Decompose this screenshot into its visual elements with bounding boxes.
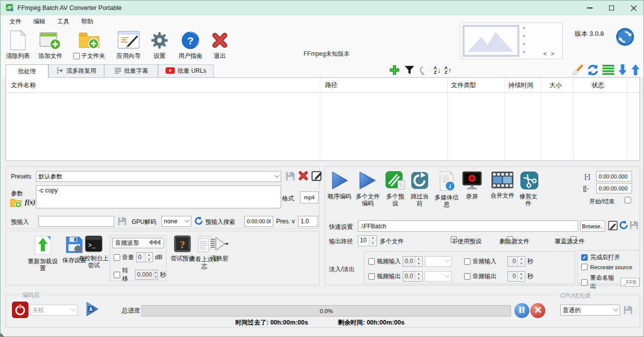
menu-tools[interactable]: 工具 bbox=[51, 16, 75, 27]
trim-start-input[interactable] bbox=[596, 171, 632, 181]
video-fadeout-checkbox[interactable] bbox=[368, 273, 375, 280]
console-try-button[interactable]: >_ 在控制台上尝试 bbox=[79, 235, 109, 269]
video-fadein-type-select[interactable] bbox=[425, 256, 452, 267]
settings-button[interactable]: 设置 bbox=[146, 28, 173, 61]
shift-spinner[interactable]: 0.000▲▼ bbox=[135, 270, 158, 280]
user-guide-button[interactable]: ? 用户指南 bbox=[174, 28, 207, 61]
recreate-source-checkbox[interactable] bbox=[581, 264, 588, 270]
move-up-icon[interactable] bbox=[631, 64, 641, 76]
volume-checkbox[interactable] bbox=[114, 254, 120, 261]
refresh-icon[interactable] bbox=[587, 64, 599, 76]
after-encode-select[interactable]: 关机 bbox=[30, 305, 78, 316]
col-path[interactable]: 路径 bbox=[325, 81, 337, 90]
video-fadein-spinner[interactable]: 0.0▲▼ bbox=[403, 256, 423, 267]
check-updates-button[interactable] bbox=[616, 27, 635, 48]
add-plus-icon[interactable] bbox=[389, 64, 400, 76]
stream-map-button[interactable]: 流映射 bbox=[209, 235, 229, 262]
audio-fadeout-spinner[interactable]: 0▲▼ bbox=[507, 271, 525, 282]
preset-select[interactable]: 默认参数 bbox=[36, 171, 281, 182]
multi-file-encode-button[interactable]: 多个文件编码 bbox=[356, 170, 380, 207]
rename-suffix-input[interactable] bbox=[621, 278, 640, 287]
reset-path-button[interactable] bbox=[619, 220, 629, 231]
cpu-priority-select[interactable]: 普通的 bbox=[560, 305, 620, 316]
pause-button[interactable] bbox=[514, 303, 529, 318]
trim-files-button[interactable]: 修剪文件 bbox=[519, 170, 537, 207]
save-preset-button[interactable] bbox=[285, 171, 296, 183]
tab-batch[interactable]: 批处理 bbox=[5, 64, 48, 78]
output-folder-input[interactable] bbox=[358, 220, 578, 232]
maximize-button[interactable] bbox=[601, 0, 623, 15]
start-end-checkbox[interactable] bbox=[625, 197, 631, 203]
menu-edit[interactable]: 编辑 bbox=[27, 16, 51, 27]
col-filename[interactable]: 文件名称 bbox=[11, 81, 36, 90]
close-button[interactable] bbox=[623, 0, 644, 15]
save-path-button[interactable] bbox=[629, 220, 639, 232]
rename-output-checkbox[interactable] bbox=[581, 279, 588, 286]
preview-next-button[interactable]: > bbox=[551, 50, 558, 57]
sort-az-ascending-icon[interactable]: AZ↑ bbox=[445, 66, 452, 75]
green-list-icon[interactable] bbox=[602, 64, 615, 75]
menu-file[interactable]: 文件 bbox=[3, 16, 27, 27]
filter-icon[interactable] bbox=[404, 64, 415, 76]
col-status[interactable]: 状态 bbox=[592, 81, 604, 90]
format-input[interactable] bbox=[300, 191, 319, 203]
multi-preset-button[interactable]: 多个预设 bbox=[384, 170, 407, 207]
shutdown-button[interactable] bbox=[12, 302, 28, 320]
subfolders-checkbox[interactable] bbox=[73, 53, 80, 59]
auto-start-button[interactable]: A bbox=[85, 301, 100, 319]
video-fadeout-spinner[interactable]: 0.0▲▼ bbox=[403, 271, 423, 282]
trim-end-input[interactable] bbox=[596, 183, 632, 193]
browse-button[interactable]: Browse.. bbox=[580, 220, 605, 232]
fx-button[interactable]: f(x) bbox=[25, 198, 35, 206]
audio-waveform-button[interactable]: 音频波形 bbox=[112, 238, 164, 248]
media-info-button[interactable]: i 多媒体信息 bbox=[433, 170, 461, 208]
save-preinput-button[interactable] bbox=[117, 216, 127, 228]
open-when-done-checkbox[interactable] bbox=[581, 254, 588, 261]
col-duration[interactable]: 持续时间 bbox=[508, 81, 533, 90]
resize-grip[interactable] bbox=[0, 333, 4, 337]
video-fadeout-type-select[interactable] bbox=[425, 271, 452, 282]
tab-subtitles[interactable]: 批量字幕 bbox=[104, 64, 158, 77]
subfolders-toggle[interactable]: 子文件夹 bbox=[67, 28, 111, 61]
reload-settings-button[interactable]: 重新加载设置 bbox=[27, 235, 59, 272]
add-files-button[interactable]: 添加文件 bbox=[34, 28, 66, 61]
params-input[interactable]: -c copy bbox=[36, 185, 281, 208]
gpu-decode-select[interactable]: none bbox=[161, 216, 191, 227]
exit-button[interactable]: 退出 bbox=[208, 28, 232, 61]
audio-fadein-spinner[interactable]: 0▲▼ bbox=[507, 256, 525, 267]
move-down-icon[interactable] bbox=[618, 64, 628, 76]
tab-urls[interactable]: 批量 URLs bbox=[158, 64, 214, 77]
audio-fadeout-checkbox[interactable] bbox=[464, 273, 471, 280]
audio-fadein-checkbox[interactable] bbox=[464, 258, 471, 265]
join-files-button[interactable]: 合并文件 bbox=[490, 170, 514, 199]
preset-version-input[interactable] bbox=[298, 216, 318, 227]
sequential-encode-button[interactable]: 顺序编码 bbox=[325, 170, 354, 200]
seek-time-input[interactable] bbox=[244, 216, 273, 227]
multi-files-spinner[interactable]: 10▲▼ bbox=[358, 235, 377, 246]
col-filetype[interactable]: 文件类型 bbox=[451, 81, 476, 90]
abort-button[interactable] bbox=[530, 303, 545, 318]
shift-checkbox[interactable] bbox=[114, 272, 120, 278]
file-list-table[interactable]: 文件名称 路径 文件类型 持续时间 大小 状态 bbox=[5, 77, 640, 161]
record-screen-button[interactable]: 录屏 bbox=[461, 170, 483, 200]
video-fadein-checkbox[interactable] bbox=[368, 258, 375, 265]
menu-help[interactable]: 帮助 bbox=[75, 16, 99, 27]
app-wizard-button[interactable]: 应用向导 bbox=[112, 28, 145, 61]
minimize-button[interactable] bbox=[579, 0, 601, 15]
tab-mux[interactable]: 流多路复用 bbox=[48, 64, 104, 77]
edit-path-button[interactable] bbox=[607, 220, 619, 233]
undo-icon[interactable] bbox=[419, 65, 430, 75]
edit-preset-button[interactable] bbox=[311, 169, 323, 183]
skip-current-button[interactable]: 跳过当前 bbox=[409, 170, 431, 207]
params-folder-plus-icon[interactable] bbox=[10, 197, 22, 208]
volume-spinner[interactable]: 0▲▼ bbox=[136, 252, 153, 262]
col-size[interactable]: 大小 bbox=[549, 81, 562, 90]
delete-preset-button[interactable] bbox=[298, 170, 309, 182]
sort-az-descending-icon[interactable]: AZ↓ bbox=[434, 66, 441, 75]
preview-prev-button[interactable]: < bbox=[543, 50, 551, 57]
save-priority-button[interactable] bbox=[623, 305, 633, 317]
preinput-reload-icon[interactable] bbox=[194, 216, 203, 225]
clear-list-button[interactable]: 清除列表 bbox=[2, 28, 33, 61]
preinput-input[interactable] bbox=[38, 216, 114, 227]
brush-icon[interactable] bbox=[571, 63, 584, 76]
